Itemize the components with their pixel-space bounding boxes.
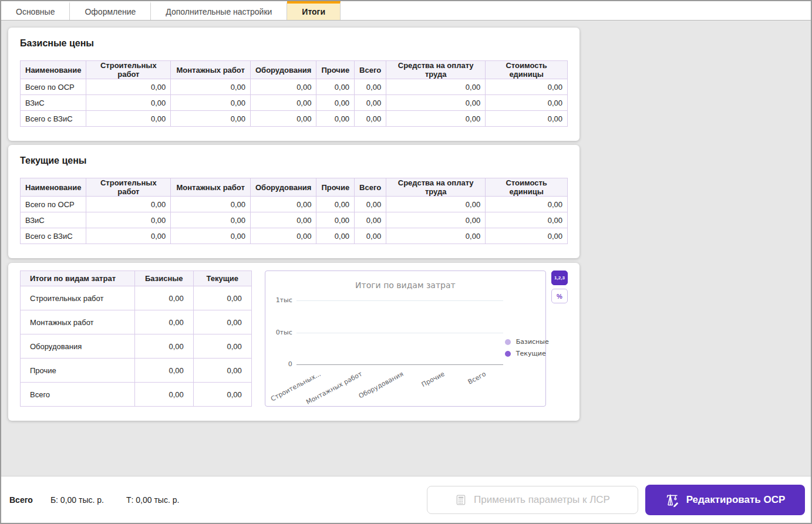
cell-value: 0,00 xyxy=(251,197,316,212)
calculator-icon xyxy=(455,494,467,506)
footer-buttons: Применить параметры к ЛСР Редактировать … xyxy=(427,485,805,515)
base-prices-card: Базисные цены НаименованиеСтроительных р… xyxy=(8,28,579,141)
column-header: Стоимость единицы xyxy=(486,61,568,79)
column-header: Базисные xyxy=(134,271,193,286)
cell-value: 0,00 xyxy=(134,286,193,310)
column-header: Прочие xyxy=(316,178,355,197)
edit-osr-button[interactable]: Редактировать ОСР xyxy=(645,485,805,515)
cell-value: 0,00 xyxy=(386,212,486,228)
apply-parameters-button[interactable]: Применить параметры к ЛСР xyxy=(427,486,638,514)
table-row: Строительных работ0,000,00 xyxy=(21,286,252,310)
settings-dialog: ОсновныеОформлениеДополнительные настрой… xyxy=(0,0,812,524)
column-header: Монтажных работ xyxy=(171,178,251,197)
cost-type-totals-chart: Итоги по видам затрат БазисныеТекущие 1т… xyxy=(265,271,546,407)
tab-0[interactable]: Основные xyxy=(1,1,70,20)
table-row: Всего с ВЗиС0,000,000,000,000,000,000,00 xyxy=(21,111,568,127)
column-header: Строительных работ xyxy=(86,178,171,197)
cell-value: 0,00 xyxy=(86,79,171,95)
cell-value: 0,00 xyxy=(171,111,251,127)
column-header: Оборудования xyxy=(251,61,316,79)
cell-value: 0,00 xyxy=(355,79,386,95)
legend-item[interactable]: Базисные xyxy=(505,338,549,346)
tab-1[interactable]: Оформление xyxy=(70,1,151,20)
cell-value: 0,00 xyxy=(193,383,251,407)
column-header: Всего xyxy=(355,178,386,197)
cell-value: 0,00 xyxy=(193,359,251,383)
legend-dot xyxy=(505,351,511,357)
row-name: Всего по ОСР xyxy=(21,197,86,212)
footer-total-label: Всего xyxy=(9,495,33,505)
cell-value: 0,00 xyxy=(386,111,486,127)
footer-totals: Всего Б: 0,00 тыс. р. Т: 0,00 тыс. р. xyxy=(9,495,179,505)
cell-value: 0,00 xyxy=(251,95,316,111)
cell-value: 0,00 xyxy=(251,111,316,127)
column-header: Строительных работ xyxy=(86,61,171,79)
cell-value: 0,00 xyxy=(355,212,386,228)
x-axis-line xyxy=(297,364,503,365)
cost-type-totals-card: Итоги по видам затратБазисныеТекущиеСтро… xyxy=(8,263,579,421)
row-name: Всего с ВЗиС xyxy=(21,111,86,127)
cell-value: 0,00 xyxy=(86,197,171,212)
price-table-header-row: НаименованиеСтроительных работМонтажных … xyxy=(21,178,568,197)
y-axis-tick-label: 0 xyxy=(265,360,292,368)
cell-value: 0,00 xyxy=(251,228,316,244)
cell-value: 0,00 xyxy=(386,228,486,244)
column-header: Оборудования xyxy=(251,178,316,197)
tab-3[interactable]: Итоги xyxy=(287,1,341,20)
row-name: Монтажных работ xyxy=(21,310,135,334)
column-header: Наименование xyxy=(21,61,86,79)
table-row: Всего с ВЗиС0,000,000,000,000,000,000,00 xyxy=(21,228,568,244)
column-header: Текущие xyxy=(193,271,251,286)
cell-value: 0,00 xyxy=(193,310,251,334)
tab-2[interactable]: Дополнительные настройки xyxy=(151,1,287,20)
cell-value: 0,00 xyxy=(386,95,486,111)
gridline xyxy=(297,300,503,301)
legend-dot xyxy=(505,339,511,345)
chart-percent-mode-button[interactable]: % xyxy=(551,289,568,303)
footer-bar: Всего Б: 0,00 тыс. р. Т: 0,00 тыс. р. xyxy=(1,476,811,523)
cell-value: 0,00 xyxy=(316,79,355,95)
legend-label: Текущие xyxy=(516,350,546,357)
cell-value: 0,00 xyxy=(316,95,355,111)
column-header: Средства на оплату труда xyxy=(386,178,486,197)
cell-value: 0,00 xyxy=(171,79,251,95)
cell-value: 0,00 xyxy=(134,383,193,407)
x-axis-tick-label: Оборудования xyxy=(358,370,405,400)
cell-value: 0,00 xyxy=(486,197,568,212)
column-header: Наименование xyxy=(21,178,86,197)
cell-value: 0,00 xyxy=(193,286,251,310)
chart-values-mode-button[interactable]: 1,2,3 xyxy=(551,271,568,285)
table-row: ВЗиС0,000,000,000,000,000,000,00 xyxy=(21,212,568,228)
column-header: Прочие xyxy=(316,61,355,79)
current-prices-title: Текущие цены xyxy=(20,155,568,166)
legend-item[interactable]: Текущие xyxy=(505,350,549,357)
cell-value: 0,00 xyxy=(316,212,355,228)
row-name: Оборудования xyxy=(21,334,135,359)
table-row: ВЗиС0,000,000,000,000,000,000,00 xyxy=(21,95,568,111)
cell-value: 0,00 xyxy=(193,334,251,359)
cell-value: 0,00 xyxy=(486,95,568,111)
cell-value: 0,00 xyxy=(486,212,568,228)
apply-parameters-label: Применить параметры к ЛСР xyxy=(474,494,610,506)
chart-mode-toggles: 1,2,3 % xyxy=(551,271,568,303)
cell-value: 0,00 xyxy=(86,228,171,244)
current-prices-table: НаименованиеСтроительных работМонтажных … xyxy=(20,178,568,244)
cell-value: 0,00 xyxy=(134,334,193,359)
table-row: Всего по ОСР0,000,000,000,000,000,000,00 xyxy=(21,79,568,95)
row-name: Всего xyxy=(21,383,135,407)
column-header: Всего xyxy=(355,61,386,79)
cell-value: 0,00 xyxy=(134,359,193,383)
cell-value: 0,00 xyxy=(316,197,355,212)
table-row: Прочие0,000,00 xyxy=(21,359,252,383)
cost-type-totals-table: Итоги по видам затратБазисныеТекущиеСтро… xyxy=(20,271,252,407)
chart-legend: БазисныеТекущие xyxy=(505,338,549,361)
column-header: Итоги по видам затрат xyxy=(21,271,135,286)
column-header: Стоимость единицы xyxy=(486,178,568,197)
legend-label: Базисные xyxy=(516,338,549,346)
cell-value: 0,00 xyxy=(486,228,568,244)
gridline xyxy=(297,333,503,333)
cell-value: 0,00 xyxy=(86,95,171,111)
row-name: ВЗиС xyxy=(21,212,86,228)
row-name: Всего по ОСР xyxy=(21,79,86,95)
chart-title: Итоги по видам затрат xyxy=(265,280,545,290)
